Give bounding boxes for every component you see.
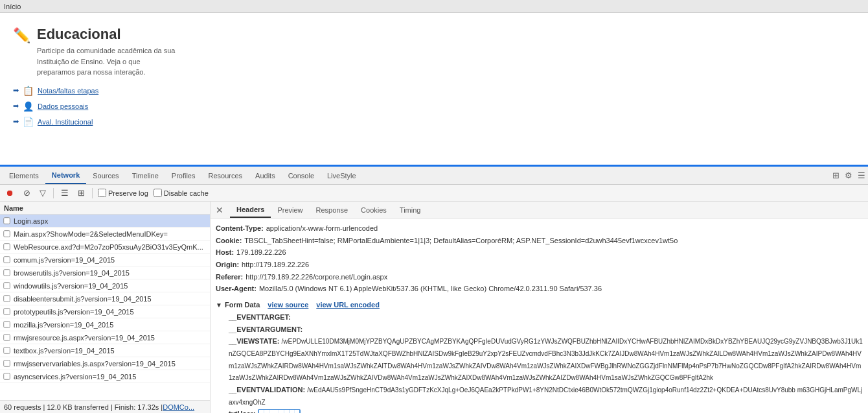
network-list-item[interactable]: windowutils.js?version=19_04_2015 xyxy=(0,279,210,292)
txtuser-row: txtUser: ████████ xyxy=(229,408,863,413)
host-key: Host: xyxy=(216,246,234,259)
preserve-log-checkbox[interactable] xyxy=(98,189,106,197)
arrow-icon-notas: ➡ xyxy=(13,86,19,95)
aval-icon: 📄 xyxy=(23,117,34,127)
network-list-item[interactable]: browserutils.js?version=19_04_2015 xyxy=(0,266,210,279)
txtuser-key: txtUser: xyxy=(229,410,256,413)
browser-topbar: Início xyxy=(0,0,868,13)
viewstate-key: __VIEWSTATE: xyxy=(229,337,279,345)
headers-content: Content-Type: application/x-www-form-url… xyxy=(211,218,868,413)
preserve-button[interactable]: ⊞ xyxy=(76,188,87,198)
toolbar-separator-2 xyxy=(92,188,93,198)
tab-livestyle[interactable]: LiveStyle xyxy=(321,167,363,184)
notas-icon: 📋 xyxy=(23,86,34,96)
request-checkbox[interactable] xyxy=(3,269,10,276)
request-checkbox[interactable] xyxy=(3,347,10,353)
useragent-key: User-Agent: xyxy=(216,283,257,295)
request-checkbox[interactable] xyxy=(3,321,10,327)
network-list-item[interactable]: asyncservices.js?version=19_04_2015 xyxy=(0,370,210,383)
preserve-log-label[interactable]: Preserve log xyxy=(98,189,148,197)
tab-elements[interactable]: Elements xyxy=(3,167,45,184)
filter-button[interactable]: ▽ xyxy=(38,188,48,198)
request-checkbox[interactable] xyxy=(3,308,10,314)
nav-link-notas[interactable]: ➡ 📋 Notas/faltas etapas xyxy=(13,86,855,96)
tab-timing[interactable]: Timing xyxy=(393,202,428,218)
content-type-value: application/x-www-form-urlencoded xyxy=(266,222,378,235)
toolbar-separator-1 xyxy=(53,188,54,198)
view-source-link[interactable]: view source xyxy=(268,299,308,311)
network-list-item[interactable]: rmwjsservervariables.js.aspx?version=19_… xyxy=(0,357,210,370)
eventargument-key: __EVENTARGUMENT: xyxy=(229,325,303,333)
eventvalidation-row: __EVENTVALIDATION: /wEdAAU5s9PfSngeHnCT9… xyxy=(229,384,863,408)
arrow-icon-dados: ➡ xyxy=(13,102,19,110)
dom-link[interactable]: DOMCo... xyxy=(163,403,194,411)
more-icon[interactable]: ☰ xyxy=(858,171,865,180)
network-list-item[interactable]: Login.aspx xyxy=(0,215,210,228)
tab-resources[interactable]: Resources xyxy=(201,167,249,184)
network-list-item[interactable]: textbox.js?version=19_04_2015 xyxy=(0,344,210,357)
request-checkbox[interactable] xyxy=(3,295,10,301)
request-checkbox[interactable] xyxy=(3,217,10,224)
edu-header: ✏️ Educacional Participe da comunidade a… xyxy=(13,26,855,78)
dados-link-text[interactable]: Dados pessoais xyxy=(38,102,88,110)
tab-preview[interactable]: Preview xyxy=(271,202,309,218)
useragent-row: User-Agent: Mozilla/5.0 (Windows NT 6.1)… xyxy=(216,283,863,295)
request-checkbox[interactable] xyxy=(3,282,10,289)
network-list-item[interactable]: WebResource.axd?d=M2o7zoP05xsuAy2BiO31v3… xyxy=(0,241,210,254)
eventargument-row: __EVENTARGUMENT: xyxy=(229,324,863,336)
tab-sources[interactable]: Sources xyxy=(86,167,125,184)
request-checkbox[interactable] xyxy=(3,243,10,250)
network-list-item[interactable]: rmwjsresource.js.aspx?version=19_04_2015 xyxy=(0,331,210,344)
close-details-button[interactable]: ✕ xyxy=(213,205,226,215)
page-title: Início xyxy=(4,3,21,10)
tab-network[interactable]: Network xyxy=(45,167,86,184)
tab-timeline[interactable]: Timeline xyxy=(126,167,165,184)
dados-icon: 👤 xyxy=(23,101,34,112)
disable-cache-checkbox[interactable] xyxy=(154,189,162,197)
network-list-item[interactable]: comum.js?version=19_04_2015 xyxy=(0,254,210,266)
host-value: 179.189.22.226 xyxy=(236,246,286,259)
txtuser-value: ████████ xyxy=(258,409,301,413)
nav-link-aval[interactable]: ➡ 📄 Aval. Institucional xyxy=(13,117,855,127)
network-list-item[interactable]: prototypeutils.js?version=19_04_2015 xyxy=(0,305,210,318)
request-checkbox[interactable] xyxy=(3,334,10,340)
request-name: comum.js?version=19_04_2015 xyxy=(14,256,115,264)
content-type-row: Content-Type: application/x-www-form-url… xyxy=(216,222,863,235)
request-name: asyncservices.js?version=19_04_2015 xyxy=(14,373,136,381)
content-type-key: Content-Type: xyxy=(216,222,264,235)
record-button[interactable]: ⏺ xyxy=(4,188,16,198)
viewstate-value: /wEPDwULLE10DM3MjM0MjYPZBYQAgUPZBYCAgMPZ… xyxy=(229,338,863,381)
tab-profiles[interactable]: Profiles xyxy=(165,167,202,184)
disable-cache-label[interactable]: Disable cache xyxy=(154,189,209,197)
network-list[interactable]: Login.aspxMain.aspx?ShowMode=2&SelectedM… xyxy=(0,215,210,400)
request-checkbox[interactable] xyxy=(3,230,10,237)
tab-headers[interactable]: Headers xyxy=(230,202,271,218)
settings-icon[interactable]: ⚙ xyxy=(845,171,852,180)
form-data-label: Form Data xyxy=(225,299,260,311)
nav-link-dados[interactable]: ➡ 👤 Dados pessoais xyxy=(13,101,855,112)
dock-icon[interactable]: ⊞ xyxy=(832,171,839,180)
notas-link-text[interactable]: Notas/faltas etapas xyxy=(38,87,98,95)
edu-title: Educacional xyxy=(37,26,179,43)
tab-response[interactable]: Response xyxy=(310,202,355,218)
request-name: WebResource.axd?d=M2o7zoP05xsuAy2BiO31v3… xyxy=(14,243,203,251)
list-view-button[interactable]: ☰ xyxy=(59,188,71,198)
request-checkbox[interactable] xyxy=(3,360,10,366)
tab-cookies[interactable]: Cookies xyxy=(354,202,393,218)
eventvalidation-key: __EVENTVALIDATION: xyxy=(229,386,305,394)
request-checkbox[interactable] xyxy=(3,256,10,263)
tab-console[interactable]: Console xyxy=(282,167,321,184)
stop-button[interactable]: ⊘ xyxy=(21,188,32,198)
aval-link-text[interactable]: Aval. Institucional xyxy=(38,118,93,126)
pencil-icon: ✏️ xyxy=(13,27,30,44)
network-column-header: Name xyxy=(0,202,210,215)
tab-audits[interactable]: Audits xyxy=(249,167,282,184)
useragent-value: Mozilla/5.0 (Windows NT 6.1) AppleWebKit… xyxy=(259,283,602,295)
network-list-item[interactable]: mozilla.js?version=19_04_2015 xyxy=(0,318,210,331)
view-url-encoded-link[interactable]: view URL encoded xyxy=(316,299,380,311)
referer-value: http://179.189.22.226/corpore.net/Login.… xyxy=(246,271,387,283)
network-list-item[interactable]: disableentersubmit.js?version=19_04_2015 xyxy=(0,292,210,305)
request-checkbox[interactable] xyxy=(3,373,10,379)
devtools-content: Name Login.aspxMain.aspx?ShowMode=2&Sele… xyxy=(0,202,868,413)
network-list-item[interactable]: Main.aspx?ShowMode=2&SelectedMenuIDKey= xyxy=(0,228,210,241)
